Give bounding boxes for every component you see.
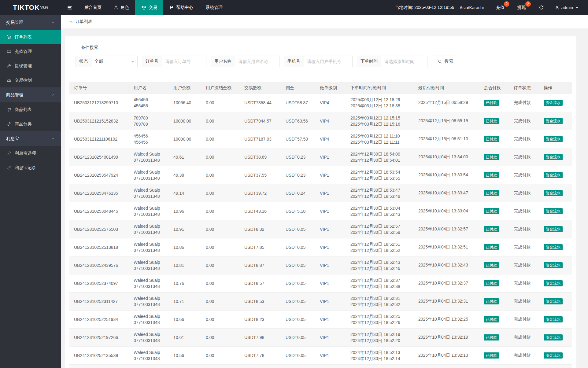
level-cell: VIP1 — [317, 364, 347, 368]
sidebar-group-interest-treasure[interactable]: 利息宝 — [0, 131, 61, 146]
balance-cell: 10.56 — [170, 346, 203, 364]
nav-item-trade[interactable]: 交易 — [135, 0, 163, 15]
fund-flow-button[interactable]: 资金流水 — [544, 244, 563, 250]
order-time-cell: 2024年12月30日 18:54:00 2024年12月30日 18:54:0… — [347, 148, 415, 166]
order-no-cell: UB2412310254001499 — [69, 148, 131, 166]
balance-cell: 10.61 — [170, 328, 203, 346]
actions-cell: 资金流水 — [541, 346, 572, 364]
frozen-cell: 0.00 — [203, 292, 241, 310]
paid-badge: 已付款 — [484, 244, 499, 250]
order-time-cell: 2025年03月12日 12:15:15 2025年03月12日 12:15:1… — [347, 112, 415, 130]
last-pay-time-cell: 2025年10月04日 13:32:51 — [415, 238, 481, 256]
sidebar-item-product-list[interactable]: 商品列表 — [0, 102, 61, 117]
top-navigation: 后台首页 角色 交易 帮助中心 系统管理 — [78, 0, 229, 15]
amount-cell: USDT7358.44 — [241, 94, 283, 112]
status-select[interactable]: 全部 — [91, 56, 138, 67]
sidebar-item-recharge-management[interactable]: 充值管理 — [0, 44, 61, 59]
refresh-icon[interactable] — [539, 5, 544, 10]
select-caret-icon — [131, 61, 134, 63]
order-no-filter: 订单号 — [142, 56, 206, 67]
order-time-input[interactable] — [381, 56, 427, 67]
nav-item-help[interactable]: 帮助中心 — [163, 0, 199, 15]
paid-cell: 已付款 — [481, 328, 511, 346]
balance-cell: 49.14 — [170, 184, 203, 202]
actions-cell: 资金流水 — [541, 148, 572, 166]
fund-flow-button[interactable]: 资金流水 — [544, 136, 563, 142]
search-button[interactable]: 搜索 — [433, 56, 458, 67]
fund-flow-button[interactable]: 资金流水 — [544, 298, 563, 304]
commission-cell: USDT0.05 — [283, 364, 317, 368]
sidebar-item-label: 交易控制 — [15, 78, 32, 83]
sidebar-item-trade-control[interactable]: 交易控制 — [0, 73, 61, 87]
table-row: UB2412310252251934 Waleed Suaip 07710031… — [69, 310, 572, 328]
amount-cell: USDT39.72 — [241, 184, 283, 202]
fund-flow-button[interactable]: 资金流水 — [544, 118, 563, 124]
fund-flow-button[interactable]: 资金流水 — [544, 208, 563, 214]
order-time-cell: 2025年03月12日 12:18:29 2025年03月12日 12:18:3… — [347, 94, 415, 112]
sidebar-item-withdraw-management[interactable]: 提现管理 — [0, 59, 61, 73]
sidebar-item-interest-records[interactable]: 利息宝记录 — [0, 160, 61, 175]
cart-icon — [7, 107, 11, 112]
menu-toggle-button[interactable] — [61, 0, 78, 15]
sidebar-group-product-management[interactable]: 商品管理 — [0, 87, 61, 102]
username-input[interactable] — [235, 56, 279, 67]
phone-input[interactable] — [304, 56, 353, 67]
sidebar-group-trade-management[interactable]: 交易管理 — [0, 15, 61, 30]
paid-badge: 已付款 — [484, 136, 499, 142]
fund-flow-button[interactable]: 资金流水 — [544, 190, 563, 196]
fund-flow-button[interactable]: 资金流水 — [544, 352, 563, 359]
fund-flow-button[interactable]: 资金流水 — [544, 334, 563, 340]
withdraw-link[interactable]: 提现 2 — [517, 5, 526, 10]
paid-cell: 已付款 — [481, 94, 511, 112]
amount-cell: USDT7.78 — [241, 346, 283, 364]
fund-flow-button[interactable]: 资金流水 — [544, 316, 563, 322]
frozen-cell: 0.00 — [203, 130, 241, 148]
order-time-cell: 2024年12月30日 18:52:37 2024年12月30日 18:52:3… — [347, 274, 415, 292]
nav-item-roles[interactable]: 角色 — [108, 0, 135, 15]
nav-item-label: 角色 — [120, 5, 129, 10]
paid-badge: 已付款 — [484, 154, 499, 160]
balance-cell: 10.86 — [170, 238, 203, 256]
username-cell: Waleed Suaip 07710031348 — [131, 274, 170, 292]
paid-cell: 已付款 — [481, 238, 511, 256]
order-no-cell: UB2503121211106102 — [69, 130, 131, 148]
nav-item-home[interactable]: 后台首页 — [78, 0, 108, 15]
commission-cell: USDT0.05 — [283, 292, 317, 310]
order-time-filter: 下单时间 — [357, 56, 427, 67]
col-order-status: 订单状态 — [511, 82, 541, 94]
table-row: UB2412310252439576 Waleed Suaip 07710031… — [69, 256, 572, 274]
last-pay-time-cell: 2025年10月04日 13:33:54 — [415, 166, 481, 184]
level-cell: VIP1 — [317, 184, 347, 202]
order-status-cell: 完成付款 — [511, 202, 541, 220]
fund-flow-button[interactable]: 资金流水 — [544, 280, 563, 286]
fund-flow-button[interactable]: 资金流水 — [544, 172, 563, 178]
order-status-cell: 完成付款 — [511, 94, 541, 112]
fund-flow-button[interactable]: 资金流水 — [544, 226, 563, 232]
sidebar-item-interest-options[interactable]: 利息宝选项 — [0, 146, 61, 160]
recharge-link[interactable]: 充值 2 — [496, 5, 505, 10]
nav-item-system[interactable]: 系统管理 — [199, 0, 229, 15]
sidebar-item-order-list[interactable]: 订单列表 — [0, 30, 61, 44]
order-no-label: 订单号 — [142, 56, 162, 67]
col-amount: 交易数额 — [241, 82, 283, 94]
order-status-cell: 完成付款 — [511, 274, 541, 292]
username-cell: 789789 789789 — [131, 112, 170, 130]
sidebar-item-label: 商品分类 — [15, 121, 32, 127]
amount-cell: USDT7187.03 — [241, 130, 283, 148]
fund-flow-button[interactable]: 资金流水 — [544, 262, 563, 268]
withdraw-count-badge: 2 — [525, 1, 531, 7]
order-no-cell: UB2412310253048445 — [69, 202, 131, 220]
balance-cell: 10.66 — [170, 310, 203, 328]
commission-cell: USDT63.56 — [283, 112, 317, 130]
last-pay-time-cell: 2025年12月15日 06:51:10 — [415, 130, 481, 148]
admin-dropdown[interactable]: admin — [555, 5, 579, 10]
fund-flow-button[interactable]: 资金流水 — [544, 100, 563, 106]
fund-flow-button[interactable]: 资金流水 — [544, 154, 563, 160]
brand-name: TIKTOK — [13, 4, 39, 12]
sidebar-item-product-category[interactable]: 商品分类 — [0, 117, 61, 131]
username-cell: Waleed Suaip 07710031348 — [131, 292, 170, 310]
balance-cell: 49.38 — [170, 166, 203, 184]
order-no-input[interactable] — [162, 56, 206, 67]
order-time-label: 下单时间 — [357, 56, 381, 67]
sidebar-group-label: 交易管理 — [6, 20, 23, 25]
